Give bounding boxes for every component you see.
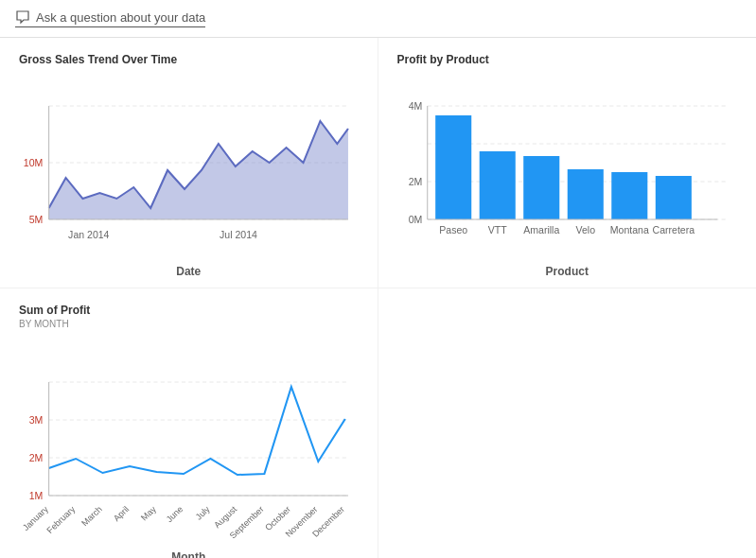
svg-text:June: June	[165, 504, 185, 524]
svg-text:Montana: Montana	[609, 225, 648, 235]
bar-vtt	[479, 151, 515, 219]
profit-product-title: Profit by Product	[397, 53, 738, 66]
svg-marker-5	[49, 121, 348, 219]
sum-profit-panel: Sum of Profit BY MONTH 1M 2M 3M January …	[0, 288, 378, 558]
gross-sales-x-label: Date	[19, 265, 359, 278]
svg-text:May: May	[139, 504, 158, 522]
profit-product-chart: 0M 2M 4M Paseo VTT Amarilla Velo Montana	[397, 68, 738, 261]
svg-text:1M: 1M	[29, 491, 44, 501]
ask-question-label: Ask a question about your data	[36, 10, 205, 25]
gross-sales-chart: 5M 10M Jan 2014 Jul 2014	[19, 68, 359, 261]
profit-product-svg: 0M 2M 4M Paseo VTT Amarilla Velo Montana	[397, 68, 738, 257]
sum-profit-line	[49, 387, 345, 475]
sum-profit-title: Sum of Profit	[19, 304, 359, 317]
svg-text:Jul 2014: Jul 2014	[220, 230, 257, 240]
svg-text:Jan 2014: Jan 2014	[68, 230, 110, 240]
svg-text:3M: 3M	[29, 415, 44, 426]
svg-text:Carretera: Carretera	[652, 225, 694, 235]
svg-text:VTT: VTT	[487, 225, 507, 235]
gross-sales-panel: Gross Sales Trend Over Time 5M 10M Jan 2…	[0, 38, 378, 288]
bar-carretera	[655, 176, 691, 219]
svg-text:February: February	[44, 504, 77, 535]
svg-text:0M: 0M	[408, 215, 422, 225]
top-bar: Ask a question about your data	[0, 0, 756, 38]
ask-question-bar[interactable]: Ask a question about your data	[15, 9, 205, 27]
sum-profit-chart: 1M 2M 3M January February March April Ma…	[19, 335, 359, 547]
svg-text:2M: 2M	[29, 453, 44, 463]
svg-text:5M: 5M	[29, 215, 44, 225]
sum-profit-x-label: Month	[19, 550, 359, 558]
profit-product-panel: Profit by Product 0M 2M 4M Paseo VTT	[378, 38, 757, 288]
gross-sales-svg: 5M 10M Jan 2014 Jul 2014	[19, 68, 359, 257]
bar-amarilla	[523, 156, 559, 219]
svg-text:Paseo: Paseo	[439, 225, 467, 235]
svg-text:April: April	[112, 504, 132, 523]
svg-text:4M: 4M	[408, 101, 422, 112]
sum-profit-subtitle: BY MONTH	[19, 319, 359, 329]
svg-text:Velo: Velo	[575, 225, 595, 235]
bar-velo	[567, 169, 603, 219]
bar-paseo	[435, 115, 471, 219]
svg-text:10M: 10M	[24, 158, 44, 168]
gross-sales-title: Gross Sales Trend Over Time	[19, 53, 359, 66]
svg-text:July: July	[194, 504, 212, 521]
svg-text:2M: 2M	[408, 177, 422, 187]
bar-montana	[611, 172, 647, 219]
dashboard: Gross Sales Trend Over Time 5M 10M Jan 2…	[0, 38, 756, 558]
svg-text:March: March	[79, 504, 104, 528]
chat-icon	[15, 9, 30, 25]
svg-text:Amarilla: Amarilla	[523, 225, 559, 235]
profit-product-x-label: Product	[397, 265, 738, 278]
sum-profit-svg: 1M 2M 3M January February March April Ma…	[19, 335, 359, 543]
